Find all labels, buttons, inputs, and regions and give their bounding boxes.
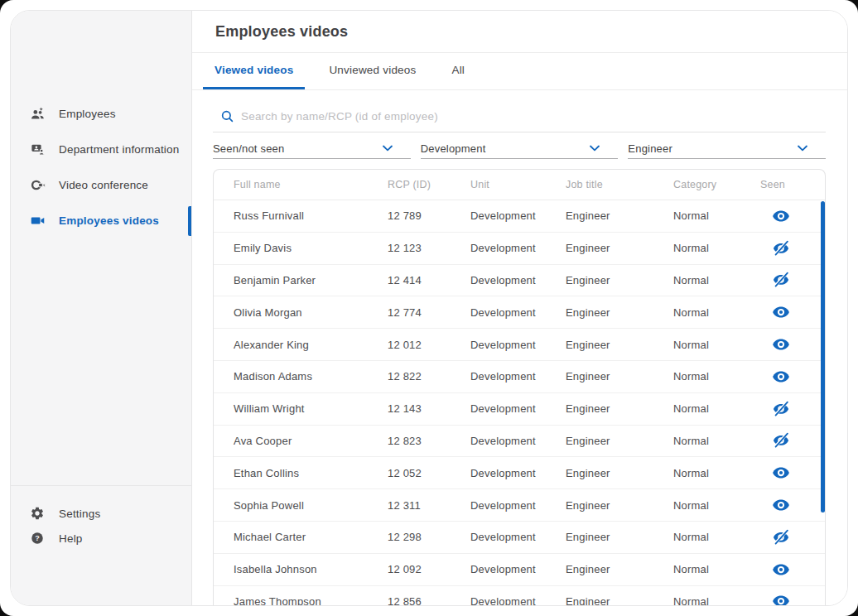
- question-circle-icon: ?: [29, 530, 46, 546]
- seen-toggle-button[interactable]: [771, 367, 791, 387]
- cell-seen: [760, 206, 825, 226]
- seen-toggle-button[interactable]: [771, 527, 791, 547]
- cell-rcp-id: 12 143: [388, 402, 470, 415]
- seen-toggle-button[interactable]: [771, 560, 791, 580]
- sidebar-item-video-conference[interactable]: Video conference: [11, 167, 191, 203]
- chevron-down-icon: [798, 145, 807, 152]
- cell-unit: Development: [470, 402, 566, 415]
- table-row[interactable]: Alexander King 12 012 Development Engine…: [214, 329, 825, 361]
- tab-all[interactable]: All: [440, 53, 476, 89]
- column-header-job-title: Job title: [566, 179, 673, 190]
- tab-viewed-videos[interactable]: Viewed videos: [203, 53, 305, 89]
- cell-rcp-id: 12 123: [388, 242, 470, 254]
- filter-job-title-select[interactable]: Engineer: [628, 139, 826, 159]
- cell-category: Normal: [673, 209, 760, 222]
- cell-rcp-id: 12 012: [388, 339, 470, 351]
- video-conference-icon: [29, 177, 46, 194]
- cell-unit: Development: [470, 370, 566, 383]
- table-scrollbar[interactable]: [821, 201, 825, 513]
- table-row[interactable]: Olivia Morgan 12 774 Development Enginee…: [214, 296, 825, 329]
- table-row[interactable]: Madison Adams 12 822 Development Enginee…: [214, 361, 825, 393]
- main-panel: Employees videos Viewed videos Unviewed …: [192, 11, 847, 605]
- cell-job-title: Engineer: [566, 274, 673, 286]
- cell-category: Normal: [673, 274, 760, 286]
- app-card: Employees Department information: [10, 10, 848, 606]
- eye-icon: [772, 303, 790, 321]
- filter-unit-select[interactable]: Development: [421, 139, 619, 159]
- table-row[interactable]: Benjamin Parker 12 414 Development Engin…: [214, 265, 825, 297]
- table-row[interactable]: Russ Furnivall 12 789 Development Engine…: [214, 200, 825, 233]
- employees-group-icon: [29, 106, 46, 123]
- cell-category: Normal: [673, 467, 760, 479]
- video-camera-icon: [29, 213, 46, 229]
- seen-toggle-button[interactable]: [771, 302, 791, 322]
- cell-category: Normal: [673, 306, 760, 319]
- tab-unviewed-videos[interactable]: Unviewed videos: [317, 53, 427, 89]
- table-row[interactable]: Ethan Collins 12 052 Development Enginee…: [214, 457, 825, 489]
- sidebar-item-help[interactable]: ? Help: [11, 526, 191, 551]
- cell-full-name: Sophia Powell: [214, 499, 388, 512]
- main-header: Employees videos: [192, 11, 847, 53]
- cell-full-name: Russ Furnivall: [214, 209, 388, 222]
- cell-seen: [760, 560, 825, 580]
- cell-rcp-id: 12 822: [388, 370, 470, 383]
- cell-job-title: Engineer: [566, 435, 673, 447]
- content-area: Seen/not seen Development Engineer: [192, 90, 847, 605]
- cell-seen: [760, 431, 825, 450]
- seen-toggle-button[interactable]: [771, 270, 791, 290]
- table-row[interactable]: Ava Cooper 12 823 Development Engineer N…: [214, 426, 825, 458]
- table-row[interactable]: Isabella Johnson 12 092 Development Engi…: [214, 554, 825, 586]
- table-body: Russ Furnivall 12 789 Development Engine…: [214, 200, 825, 605]
- search-input[interactable]: [241, 110, 826, 123]
- seen-toggle-button[interactable]: [771, 206, 791, 226]
- cell-category: Normal: [673, 531, 760, 543]
- cell-category: Normal: [673, 339, 760, 351]
- cell-job-title: Engineer: [566, 595, 673, 605]
- table-row[interactable]: James Thompson 12 856 Development Engine…: [214, 586, 825, 605]
- seen-toggle-button[interactable]: [771, 431, 791, 450]
- sidebar-item-employees-videos[interactable]: Employees videos: [11, 203, 191, 238]
- filter-value: Engineer: [628, 142, 672, 155]
- cell-category: Normal: [673, 595, 760, 605]
- cell-full-name: William Wright: [214, 402, 388, 415]
- department-info-icon: [29, 142, 46, 158]
- chevron-down-icon: [590, 145, 600, 152]
- cell-job-title: Engineer: [566, 531, 673, 543]
- seen-toggle-button[interactable]: [771, 334, 791, 354]
- seen-toggle-button[interactable]: [771, 591, 791, 605]
- cell-job-title: Engineer: [566, 499, 673, 512]
- cell-full-name: Isabella Johnson: [214, 563, 388, 575]
- seen-toggle-button[interactable]: [771, 463, 791, 483]
- filter-seen-select[interactable]: Seen/not seen: [213, 139, 411, 159]
- chevron-down-icon: [383, 145, 393, 152]
- table-row[interactable]: Sophia Powell 12 311 Development Enginee…: [214, 489, 825, 522]
- table-row[interactable]: Emily Davis 12 123 Development Engineer …: [214, 233, 825, 265]
- cell-seen: [760, 334, 825, 354]
- cell-seen: [760, 527, 825, 547]
- eye-icon: [772, 561, 790, 579]
- tabs-bar: Viewed videos Unviewed videos All: [192, 53, 847, 90]
- cell-seen: [760, 238, 825, 258]
- cell-category: Normal: [673, 242, 760, 254]
- cell-job-title: Engineer: [566, 467, 673, 479]
- cell-unit: Development: [470, 306, 566, 319]
- table-row[interactable]: Michael Carter 12 298 Development Engine…: [214, 522, 825, 554]
- cell-full-name: James Thompson: [214, 595, 388, 605]
- cell-unit: Development: [470, 274, 566, 286]
- eye-icon: [772, 335, 790, 354]
- sidebar-item-department-information[interactable]: Department information: [11, 132, 191, 167]
- seen-toggle-button[interactable]: [771, 495, 791, 515]
- cell-full-name: Ethan Collins: [214, 467, 388, 479]
- sidebar-footer: Settings ? Help: [11, 485, 191, 605]
- seen-toggle-button[interactable]: [771, 238, 791, 258]
- cell-seen: [760, 399, 825, 419]
- sidebar-item-employees[interactable]: Employees: [11, 96, 191, 132]
- column-header-full-name: Full name: [214, 179, 388, 190]
- seen-toggle-button[interactable]: [771, 399, 791, 419]
- table-row[interactable]: William Wright 12 143 Development Engine…: [214, 393, 825, 426]
- sidebar-item-label: Employees: [59, 108, 116, 120]
- sidebar-item-settings[interactable]: Settings: [11, 501, 191, 526]
- cell-category: Normal: [673, 435, 760, 447]
- svg-text:?: ?: [35, 534, 40, 542]
- cell-unit: Development: [470, 209, 566, 222]
